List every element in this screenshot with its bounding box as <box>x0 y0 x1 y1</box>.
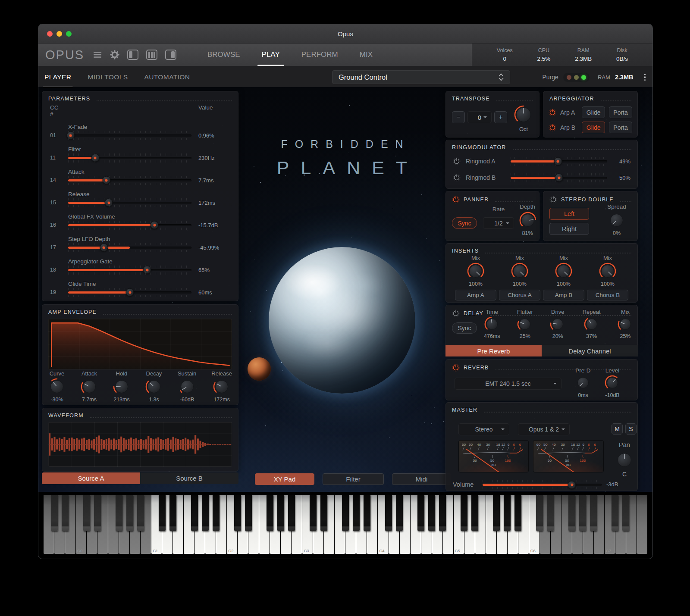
transpose-increment-button[interactable]: + <box>494 111 507 123</box>
panner-sync-button[interactable]: Sync <box>452 217 477 229</box>
piano-black-key[interactable] <box>568 495 575 531</box>
left-panel-view-icon[interactable] <box>127 50 138 60</box>
insert-mix-knob[interactable] <box>555 263 572 280</box>
piano-black-key[interactable] <box>353 495 359 531</box>
arp-porta-button[interactable]: Porta <box>609 122 632 133</box>
master-volume-slider[interactable] <box>483 484 602 486</box>
tab-player[interactable]: PLAYER <box>44 66 71 88</box>
minimize-button[interactable] <box>56 31 62 37</box>
piano-black-key[interactable] <box>364 495 370 531</box>
tab-delay-channel[interactable]: Delay Channel <box>542 345 638 356</box>
curve-knob[interactable] <box>48 378 66 395</box>
keyboard-view-icon[interactable] <box>146 50 157 60</box>
piano-black-key[interactable] <box>590 495 596 531</box>
insert-mix-knob[interactable] <box>599 263 616 280</box>
tab-play[interactable]: PLAY <box>262 44 280 66</box>
arp-power-icon[interactable] <box>549 124 556 131</box>
preset-stepper-icon[interactable] <box>499 73 504 81</box>
release-knob[interactable] <box>213 378 230 395</box>
piano-white-key[interactable] <box>637 495 647 554</box>
piano-black-key[interactable] <box>159 495 165 531</box>
piano-black-key[interactable] <box>320 495 327 531</box>
insert-effect-button[interactable]: Chorus B <box>587 290 628 300</box>
reverb-level-knob[interactable] <box>605 375 620 391</box>
envelope-graph[interactable] <box>48 319 232 369</box>
flutter-knob[interactable] <box>517 316 533 332</box>
attack-knob[interactable] <box>81 378 98 395</box>
arp-glide-button[interactable]: Glide <box>582 106 605 118</box>
output-channel-dropdown[interactable]: Opus 1 & 2 <box>518 423 570 435</box>
arp-porta-button[interactable]: Porta <box>609 106 632 118</box>
piano-black-key[interactable] <box>428 495 435 531</box>
piano-black-key[interactable] <box>622 495 629 531</box>
piano-black-key[interactable] <box>342 495 348 531</box>
drive-knob[interactable] <box>550 316 565 332</box>
piano-black-key[interactable] <box>137 495 144 531</box>
transpose-decrement-button[interactable]: − <box>452 111 465 123</box>
piano-black-key[interactable] <box>62 495 68 531</box>
ringmod-slider[interactable] <box>511 177 607 179</box>
piano-black-key[interactable] <box>202 495 208 531</box>
piano-black-key[interactable] <box>514 495 521 531</box>
tab-source-a[interactable]: Source A <box>42 472 140 484</box>
tab-source-b[interactable]: Source B <box>140 472 238 484</box>
reverb-pre-delay-knob[interactable] <box>575 375 591 391</box>
reverb-preset-dropdown[interactable]: EMT 240 1.5 sec <box>455 378 561 390</box>
piano-black-key[interactable] <box>439 495 445 531</box>
parameter-slider[interactable] <box>68 247 191 249</box>
piano-black-key[interactable] <box>385 495 392 531</box>
transpose-value[interactable]: 0 <box>467 111 492 123</box>
parameter-slider[interactable] <box>68 269 191 271</box>
parameter-slider[interactable] <box>68 179 191 181</box>
piano-black-key[interactable] <box>612 495 618 531</box>
insert-effect-button[interactable]: Amp A <box>455 290 496 300</box>
piano-black-key[interactable] <box>579 495 586 531</box>
tab-perform[interactable]: PERFORM <box>301 44 338 66</box>
piano-black-key[interactable] <box>461 495 467 531</box>
decay-knob[interactable] <box>145 378 163 395</box>
parameter-slider[interactable] <box>68 157 191 159</box>
delay-sync-button[interactable]: Sync <box>452 322 477 334</box>
parameter-slider[interactable] <box>68 134 191 137</box>
ringmod-power-icon[interactable] <box>453 174 461 181</box>
stereo-double-power-icon[interactable] <box>549 196 557 203</box>
piano-black-key[interactable] <box>213 495 219 531</box>
arp-glide-button[interactable]: Glide <box>582 122 605 133</box>
tab-midi-tools[interactable]: MIDI TOOLS <box>88 66 128 88</box>
piano-black-key[interactable] <box>126 495 133 531</box>
piano-black-key[interactable] <box>51 495 57 531</box>
piano-black-key[interactable] <box>288 495 295 531</box>
tab-automation[interactable]: AUTOMATION <box>144 66 190 88</box>
right-panel-view-icon[interactable] <box>165 50 176 60</box>
delay-power-icon[interactable] <box>452 310 460 317</box>
ringmod-power-icon[interactable] <box>453 157 461 165</box>
tab-filter[interactable]: Filter <box>323 473 384 485</box>
piano-black-key[interactable] <box>169 495 176 531</box>
panner-depth-knob[interactable] <box>519 212 536 229</box>
menu-icon[interactable] <box>94 51 102 58</box>
parameter-slider[interactable] <box>68 291 191 294</box>
sustain-knob[interactable] <box>179 378 196 395</box>
piano-black-key[interactable] <box>504 495 510 531</box>
reverb-power-icon[interactable] <box>452 364 460 372</box>
piano-black-key[interactable] <box>191 495 198 531</box>
output-format-dropdown[interactable]: Stereo <box>458 423 509 435</box>
overflow-menu-icon[interactable] <box>643 74 648 81</box>
repeat-knob[interactable] <box>584 316 599 332</box>
stereo-right-button[interactable]: Right <box>549 223 589 235</box>
tab-mix[interactable]: MIX <box>360 44 373 66</box>
piano-black-key[interactable] <box>267 495 273 531</box>
piano-black-key[interactable] <box>116 495 122 531</box>
piano-black-key[interactable] <box>234 495 241 531</box>
panner-power-icon[interactable] <box>452 196 460 203</box>
tab-xy-pad[interactable]: XY Pad <box>255 473 314 485</box>
tab-pre-reverb[interactable]: Pre Reverb <box>445 345 542 356</box>
tab-browse[interactable]: BROWSE <box>207 44 240 66</box>
piano-black-key[interactable] <box>277 495 284 531</box>
hold-knob[interactable] <box>113 378 130 395</box>
insert-effect-button[interactable]: Amp B <box>543 290 584 300</box>
stereo-spread-knob[interactable] <box>608 212 625 229</box>
piano-black-key[interactable] <box>94 495 100 531</box>
parameter-slider[interactable] <box>68 224 191 226</box>
time-knob[interactable] <box>484 316 500 332</box>
